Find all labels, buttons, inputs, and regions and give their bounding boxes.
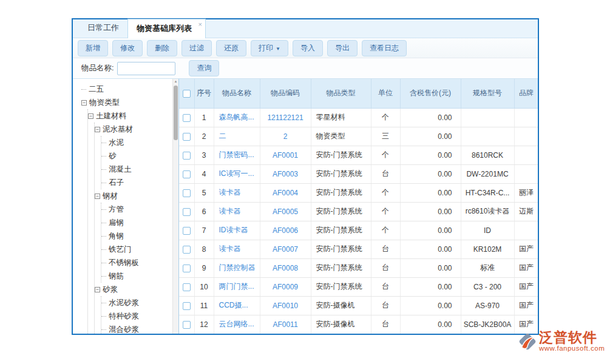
toolbar-button-导出[interactable]: 导出: [327, 40, 358, 56]
tree-node-钢材[interactable]: −钢材: [95, 189, 172, 203]
tree-node-角钢[interactable]: 角钢: [101, 229, 172, 243]
cell-price: 0.00: [400, 108, 461, 127]
cell-brand: 迈斯: [514, 202, 538, 221]
row-checkbox[interactable]: [183, 246, 191, 254]
tree-node-铁艺门[interactable]: 铁艺门: [101, 243, 172, 256]
tree-node-钢筋[interactable]: 钢筋: [101, 269, 172, 283]
tab-0[interactable]: 日常工作: [79, 19, 127, 38]
toolbar-button-删除[interactable]: 删除: [147, 40, 177, 56]
code-link[interactable]: AF0005: [273, 207, 298, 216]
tree-node-水泥[interactable]: 水泥: [101, 136, 172, 149]
scrollbar-thumb[interactable]: [174, 86, 178, 140]
code-link[interactable]: AF0007: [273, 245, 298, 254]
toolbar-button-打印[interactable]: 打印▼: [251, 40, 288, 56]
tab-label: 物资基础库列表: [137, 24, 192, 33]
cell-type: 安防-门禁系统: [311, 183, 371, 202]
tree-node-二五[interactable]: 二五: [81, 83, 172, 96]
code-link[interactable]: 2: [283, 132, 288, 141]
code-link[interactable]: AF0008: [273, 264, 298, 272]
tree-node-特种砂浆[interactable]: 特种砂浆: [101, 309, 172, 323]
table-row: 4IC读写一...AF0003安防-门禁系统台0.00DW-2201MC: [179, 164, 538, 183]
tab-close-icon[interactable]: ×: [198, 21, 202, 28]
cell-brand: 国产: [514, 277, 538, 296]
tree-node-石子[interactable]: 石子: [101, 176, 172, 189]
select-all-checkbox[interactable]: [183, 90, 191, 98]
tree-node-混合砂浆[interactable]: 混合砂浆: [101, 323, 172, 334]
collapse-icon[interactable]: −: [95, 287, 100, 292]
code-link[interactable]: AF0004: [273, 189, 298, 197]
name-link[interactable]: 森岛帆高...: [219, 113, 254, 121]
table-row: 12云台网络...AF0011安防-摄像机台0.00SCB-JK2B00A国产: [179, 315, 538, 334]
name-link[interactable]: 读卡器: [219, 207, 241, 215]
collapse-icon[interactable]: −: [95, 127, 100, 132]
tree-node-物资类型[interactable]: −物资类型: [81, 96, 172, 109]
cell-spec: AS-970: [461, 296, 514, 315]
name-link[interactable]: 门禁控制器: [219, 263, 256, 272]
row-checkbox[interactable]: [183, 152, 191, 160]
tab-1[interactable]: 物资基础库列表×: [127, 19, 206, 38]
tree-node-砂[interactable]: 砂: [101, 149, 172, 163]
tree-branch-tick: [101, 329, 106, 330]
cell-unit: 台: [371, 277, 400, 296]
code-link[interactable]: 121122121: [267, 113, 303, 122]
name-link[interactable]: 读卡器: [219, 244, 241, 253]
toolbar-button-导入[interactable]: 导入: [293, 40, 323, 56]
row-checkbox[interactable]: [183, 114, 191, 122]
name-link[interactable]: 云台网络...: [219, 320, 254, 328]
row-checkbox[interactable]: [183, 302, 191, 310]
tree-node-砂浆[interactable]: −砂浆: [95, 283, 172, 296]
row-checkbox[interactable]: [183, 170, 191, 178]
row-checkbox[interactable]: [183, 189, 191, 197]
cell-code: AF0006: [260, 221, 311, 240]
cell-brand: 丽泽: [514, 183, 538, 202]
row-checkbox[interactable]: [183, 133, 191, 141]
tree-node-泥水基材[interactable]: −泥水基材: [95, 123, 172, 136]
tree-branch-tick: [101, 223, 106, 223]
row-checkbox[interactable]: [183, 321, 191, 329]
code-link[interactable]: AF0003: [273, 170, 298, 178]
code-link[interactable]: AF0009: [273, 283, 298, 291]
code-link[interactable]: AF0010: [273, 302, 298, 310]
row-checkbox[interactable]: [183, 208, 191, 216]
toolbar-button-还原[interactable]: 还原: [216, 40, 246, 56]
tree-node-不锈钢板[interactable]: 不锈钢板: [101, 256, 172, 269]
name-link[interactable]: CCD摄...: [219, 301, 248, 309]
row-checkbox[interactable]: [183, 283, 191, 291]
tree-node-土建材料[interactable]: −土建材料: [88, 109, 172, 123]
collapse-icon[interactable]: −: [88, 113, 93, 119]
name-link[interactable]: 门禁密码...: [219, 150, 254, 159]
code-link[interactable]: AF0001: [273, 151, 298, 160]
code-link[interactable]: AF0011: [273, 320, 297, 329]
tree-node-label: 砂: [109, 151, 117, 161]
tree-node-混凝土[interactable]: 混凝土: [101, 163, 172, 176]
cell-unit: 台: [371, 296, 400, 315]
toolbar-button-修改[interactable]: 修改: [112, 40, 143, 56]
name-link[interactable]: IC读写一...: [219, 169, 254, 178]
cell-price: 0.00: [400, 258, 461, 277]
name-link[interactable]: ID读卡器: [219, 226, 248, 234]
name-link[interactable]: 读卡器: [219, 188, 241, 197]
scroll-up-icon[interactable]: ▲: [173, 79, 178, 83]
cell-unit: 台: [371, 258, 400, 277]
name-link[interactable]: 两门门禁...: [219, 282, 254, 291]
name-link[interactable]: 二: [219, 132, 226, 140]
collapse-icon[interactable]: −: [81, 100, 87, 106]
cell-name: 读卡器: [214, 202, 260, 221]
tree-node-label: 角钢: [109, 231, 124, 241]
toolbar-button-新增[interactable]: 新增: [78, 40, 108, 56]
tree-node-水泥砂浆[interactable]: 水泥砂浆: [101, 296, 172, 309]
collapse-icon[interactable]: −: [95, 194, 100, 199]
tree-branch-tick: [101, 143, 106, 143]
tree-node-方管[interactable]: 方管: [101, 203, 172, 216]
code-link[interactable]: AF0006: [273, 226, 298, 235]
row-checkbox[interactable]: [183, 265, 191, 272]
row-checkbox[interactable]: [183, 227, 191, 235]
query-button[interactable]: 查询: [189, 60, 219, 76]
cell-no: 1: [194, 108, 214, 127]
toolbar-button-过滤[interactable]: 过滤: [181, 40, 212, 56]
tree-scrollbar[interactable]: ▲: [172, 79, 178, 334]
table-row: 10两门门禁...AF0009安防-门禁系统台0.00C3 - 200国产: [179, 277, 538, 296]
toolbar-button-查看日志[interactable]: 查看日志: [362, 40, 407, 56]
item-name-input[interactable]: [117, 62, 175, 75]
tree-node-扁钢[interactable]: 扁钢: [101, 216, 172, 229]
